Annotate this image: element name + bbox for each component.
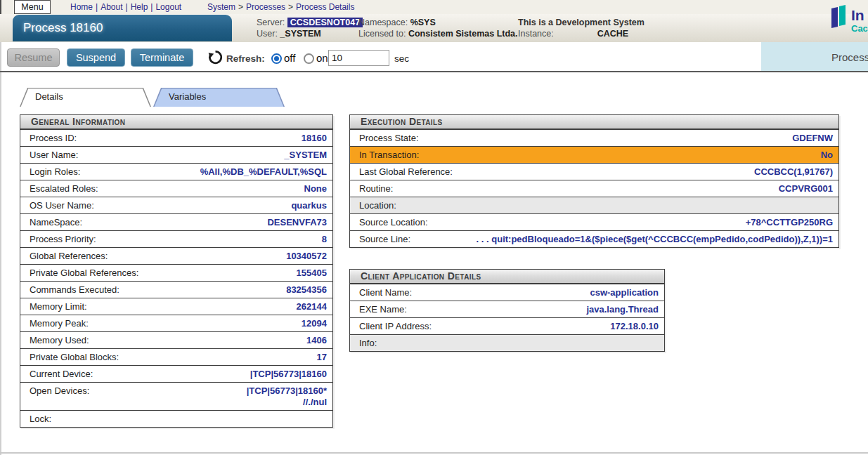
row-label: Info:: [359, 338, 377, 349]
execution-details-title: Execution Details: [350, 115, 838, 129]
table-row: Commands Executed: 83254356: [20, 281, 332, 298]
tab-details[interactable]: Details: [20, 88, 151, 107]
bottom-divider: [0, 452, 868, 454]
tab-variables-label: Variables: [169, 88, 206, 106]
table-row: Source Location: +78^CCTTGP250RG: [350, 213, 838, 230]
toolbar-divider: [0, 71, 868, 72]
table-row: Client Name: csw-application: [350, 284, 664, 301]
row-label: Private Global References:: [30, 268, 138, 279]
row-value: 18160: [302, 133, 327, 144]
row-label: Login Roles:: [30, 166, 80, 178]
breadcrumb: System>Processes>Process Details: [207, 2, 354, 12]
row-label: Process State:: [359, 133, 419, 144]
breadcrumb-processes[interactable]: Processes: [246, 2, 285, 12]
dev-system-notice: This is a Development System: [518, 17, 666, 28]
table-row: Global References: 10340572: [20, 247, 332, 264]
menu-button[interactable]: Menu: [14, 0, 51, 14]
table-row: Process Priority: 8: [20, 230, 332, 247]
link-separator: |: [93, 2, 101, 12]
tab-details-label: Details: [35, 88, 63, 106]
row-value: |TCP|56773|18160* //./nul: [247, 385, 327, 408]
table-row: Private Global References: 155405: [20, 264, 332, 281]
namespace-label: Namespace:: [358, 18, 408, 27]
server-value: CCSDESNOT047: [287, 18, 363, 27]
table-row: Client IP Address: 172.18.0.10: [350, 317, 664, 334]
table-row: Open Devices: |TCP|56773|18160* //./nul: [20, 382, 332, 410]
table-row: Info:: [350, 334, 664, 351]
breadcrumb-separator: >: [235, 2, 246, 12]
link-logout[interactable]: Logout: [155, 2, 181, 12]
refresh-on-radio[interactable]: [304, 53, 314, 64]
row-label: Source Line:: [359, 234, 410, 245]
row-label: Client Name:: [359, 287, 412, 298]
row-label: Last Global Reference:: [359, 166, 453, 178]
row-value: 155405: [297, 268, 327, 279]
row-label: Commands Executed:: [30, 284, 119, 296]
refresh-off-label[interactable]: off: [284, 52, 295, 64]
row-label: Process ID:: [30, 133, 77, 144]
row-value: _SYSTEM: [284, 150, 327, 161]
row-value: 12094: [302, 318, 327, 329]
refresh-label: Refresh:: [226, 53, 265, 64]
row-label: Escalated Roles:: [30, 183, 98, 194]
row-value: java.lang.Thread: [586, 304, 659, 315]
general-information-rows: Process ID: 18160 User Name: _SYSTEM Log…: [20, 129, 332, 427]
link-about[interactable]: About: [101, 2, 122, 12]
table-row: EXE Name: java.lang.Thread: [350, 301, 664, 317]
suspend-button[interactable]: Suspend: [67, 48, 125, 67]
row-value: %All,%DB_%DEFAULT,%SQL: [200, 166, 327, 178]
breadcrumb-system[interactable]: System: [207, 2, 235, 12]
execution-details-rows: Process State: GDEFNW In Transaction: No…: [350, 129, 838, 247]
table-row: Lock:: [20, 410, 332, 427]
tab-variables[interactable]: Variables: [153, 88, 285, 107]
table-row: Memory Used: 1406: [20, 331, 332, 348]
row-value: quarkus: [291, 200, 327, 211]
table-row: Login Roles: %All,%DB_%DEFAULT,%SQL: [20, 163, 332, 180]
breadcrumb-current: Process Details: [296, 2, 354, 12]
table-row: Routine: CCPVRG001: [350, 180, 838, 197]
row-label: Lock:: [30, 414, 51, 425]
table-row: In Transaction: No: [350, 146, 838, 163]
table-row: OS User Name: quarkus: [20, 197, 332, 213]
row-label: Location:: [359, 200, 396, 211]
row-label: Private Global Blocks:: [30, 352, 119, 363]
row-value: 10340572: [286, 251, 327, 262]
logo-text-top: In: [851, 7, 864, 24]
page-badge-text: Process Details: [831, 51, 868, 63]
row-value: +78^CCTTGP250RG: [746, 217, 833, 228]
instance-value: CACHE: [597, 28, 628, 39]
row-label: Routine:: [359, 183, 393, 194]
row-value: DESENVFA73: [267, 217, 327, 228]
row-value: 262144: [297, 301, 327, 312]
execution-details-panel: Execution Details Process State: GDEFNW …: [349, 114, 839, 248]
licensed-value: Consistem Sistemas Ltda.: [408, 29, 518, 39]
row-value: 83254356: [286, 284, 327, 296]
row-value: CCCBCC(1,91767): [754, 166, 833, 178]
row-label: Process Priority:: [30, 234, 96, 245]
row-value: No: [821, 150, 833, 161]
row-label: Memory Used:: [30, 335, 89, 346]
table-row: Private Global Blocks: 17: [20, 348, 332, 365]
row-value: 172.18.0.10: [610, 321, 659, 332]
namespace-info: Namespace: %SYS Licensed to: Consistem S…: [358, 17, 518, 39]
general-information-panel: General Information Process ID: 18160 Us…: [20, 114, 333, 428]
row-value: . . . quit:pedBloqueado=1&($piece($get(^…: [477, 234, 833, 245]
page-badge: Process Details: [761, 42, 868, 72]
resume-button[interactable]: Resume: [7, 48, 60, 67]
link-help[interactable]: Help: [131, 2, 148, 12]
row-value: 8: [322, 234, 327, 245]
link-home[interactable]: Home: [70, 2, 93, 12]
refresh-off-radio[interactable]: [271, 53, 282, 64]
breadcrumb-separator: >: [285, 2, 296, 12]
row-label: OS User Name:: [30, 200, 94, 211]
user-value: _SYSTEM: [280, 29, 320, 39]
server-label: Server:: [257, 18, 285, 27]
link-separator: |: [123, 2, 131, 12]
refresh-interval-input[interactable]: [328, 50, 389, 66]
table-row: Process State: GDEFNW: [350, 129, 838, 146]
table-row: Escalated Roles: None: [20, 180, 332, 197]
refresh-on-label[interactable]: on: [316, 52, 328, 64]
row-label: User Name:: [30, 150, 78, 161]
licensed-label: Licensed to:: [358, 29, 406, 39]
terminate-button[interactable]: Terminate: [131, 48, 193, 67]
